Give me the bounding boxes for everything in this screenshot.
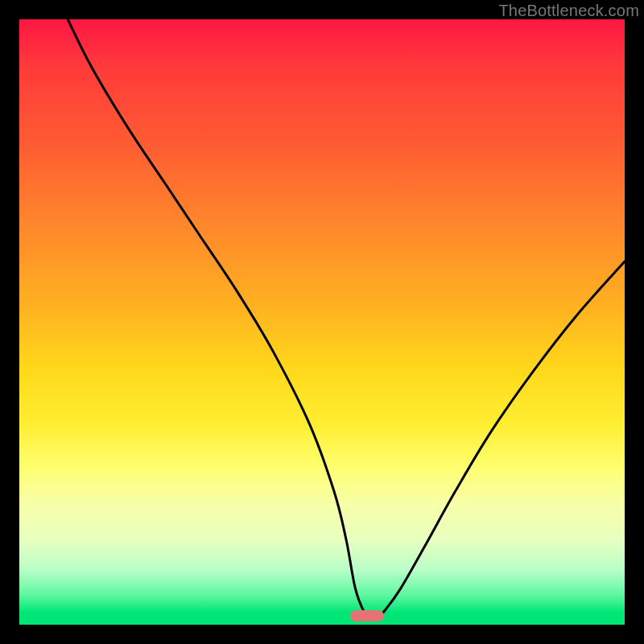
bottleneck-curve bbox=[68, 19, 625, 620]
curve-svg bbox=[19, 19, 625, 625]
plot-area bbox=[19, 19, 625, 625]
watermark-text: TheBottleneck.com bbox=[498, 2, 639, 20]
optimum-marker bbox=[350, 610, 384, 621]
chart-frame: TheBottleneck.com bbox=[0, 0, 644, 644]
